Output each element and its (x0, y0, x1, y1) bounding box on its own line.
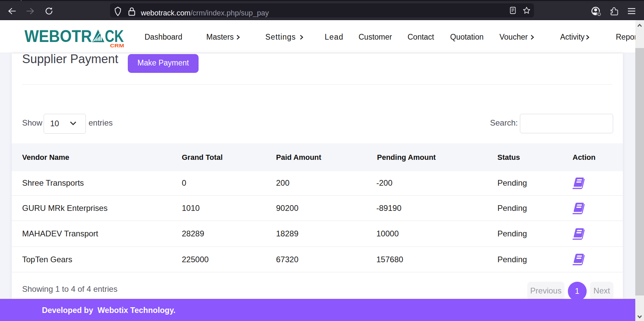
svg-text:WEBOTR: WEBOTR (24, 27, 92, 46)
svg-text:CRM: CRM (110, 43, 124, 48)
